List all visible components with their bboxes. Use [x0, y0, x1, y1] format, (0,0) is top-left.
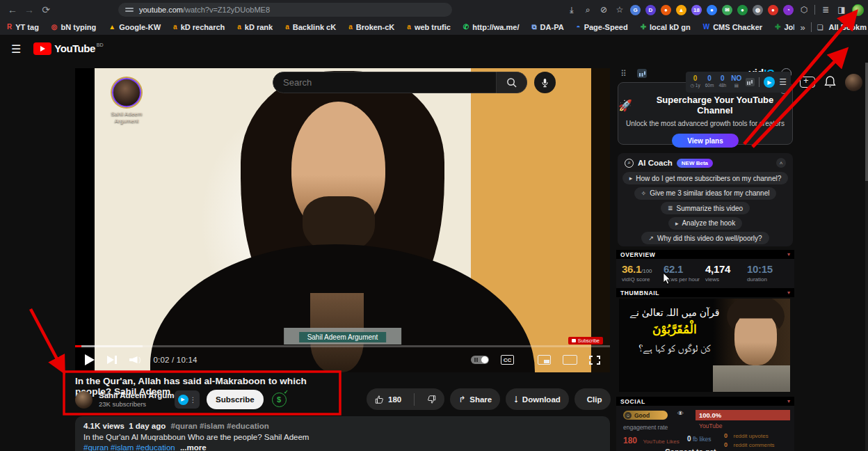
overview-section-header[interactable]: OVERVIEW ▾ [616, 250, 794, 259]
vidiq-toolbar-stat[interactable]: NO ▤ [731, 75, 741, 89]
extension-icon[interactable]: D [645, 5, 656, 15]
forward-icon[interactable]: → [21, 4, 38, 15]
bookmark-item[interactable]: ✚ local kD gn [641, 23, 691, 31]
youtube-logo[interactable]: YouTube BD [33, 42, 103, 55]
bookmark-star-icon[interactable]: ☆ [614, 5, 625, 15]
vidiq-chart-icon[interactable] [746, 78, 755, 86]
youtube-country-code: BD [97, 42, 104, 47]
extension-icon[interactable]: ◍ [753, 5, 763, 15]
side-panel-icon[interactable]: ◨ [836, 5, 847, 15]
voice-search-button[interactable] [534, 72, 556, 93]
prompt-icon: ↗ [648, 235, 654, 242]
vidiq-menu-icon[interactable]: ☰ [779, 77, 787, 87]
more-link[interactable]: ...more [180, 443, 207, 451]
vidiq-toolbar-stat[interactable]: 0 ◷ 1y [690, 75, 700, 89]
overview-collapse-icon[interactable]: ▾ [787, 251, 790, 258]
download-button[interactable]: ⭣ Download [506, 388, 569, 410]
media-blocked-icon[interactable]: ⊘ [598, 5, 609, 15]
vidiq-toolbar-stat[interactable]: 0 60m [705, 75, 714, 89]
address-bar[interactable]: youtube.com/watch?v=Z12yDUobME8 [118, 3, 452, 17]
create-button[interactable] [800, 77, 815, 88]
ai-coach-prompt[interactable]: ≣ Summarize this video [661, 202, 750, 214]
youtube-account-avatar[interactable] [845, 74, 862, 91]
all-bookmarks-label[interactable]: All Bookm [829, 23, 867, 31]
bookmarks-overflow-icon[interactable]: » [800, 22, 805, 33]
ai-coach-prompt[interactable]: ▸ How do I get more subscribers on my ch… [622, 172, 789, 184]
extension-icon[interactable]: ● [737, 5, 748, 15]
bookmark-item[interactable]: a web trufic [407, 23, 451, 31]
back-icon[interactable]: ← [4, 4, 21, 15]
share-button[interactable]: ↱ Share [450, 388, 500, 410]
bookmark-item[interactable]: ◓ Page-Speed [577, 23, 628, 31]
subscribe-button[interactable]: Subscribe [207, 390, 264, 409]
bookmark-item[interactable]: a kD rank [237, 23, 273, 31]
dislike-button[interactable] [419, 388, 444, 410]
bookmark-item[interactable]: a Backlink cK [285, 23, 336, 31]
video-thumbnail[interactable]: قرآن میں اللہ تعالیٰ نے الْمُقَرَّبُوْنَ… [619, 299, 790, 392]
channel-avatar[interactable] [75, 391, 93, 409]
channel-name[interactable]: Sahil Adeem Argument [99, 391, 165, 399]
extension-icon[interactable]: ✉ [722, 5, 732, 15]
captions-button[interactable]: CC [501, 355, 514, 365]
extension-icon[interactable]: ● [661, 5, 671, 15]
meta-hashtags[interactable]: #quran #islam #education [170, 422, 268, 430]
ai-coach-prompt[interactable]: ▸ Analyze the hook [668, 217, 742, 230]
video-player[interactable]: Sahil Adeem Argument Sahil Adeem Argumen… [75, 68, 610, 372]
monetization-icon[interactable]: $ [272, 393, 287, 407]
next-button[interactable] [107, 356, 117, 364]
clip-button[interactable]: Clip [574, 388, 611, 410]
zoom-icon[interactable]: ⌕ [582, 5, 593, 15]
bookmark-item[interactable]: ⧉ DA-PA [531, 23, 563, 31]
bookmark-item[interactable]: a kD recharch [173, 23, 225, 31]
description-hashtags[interactable]: #quran #islam #education ...more [83, 443, 602, 451]
refresh-icon[interactable]: ⟳ [38, 4, 54, 15]
bookmark-item[interactable]: ✆ http://wa.me/ [463, 23, 520, 31]
browser-profile-avatar[interactable] [852, 4, 864, 16]
volume-button[interactable]: ) [129, 356, 141, 363]
bookmark-item[interactable]: ▲ Google-KW [108, 23, 161, 31]
vidiq-logo-icon[interactable]: ▶ [764, 77, 775, 88]
extension-icon[interactable]: G [630, 5, 641, 15]
eye-icon[interactable]: 👁 [677, 410, 684, 417]
bookmark-item[interactable]: a Broken-cK [348, 23, 394, 31]
social-section-header[interactable]: SOCIAL ▾ [616, 397, 794, 406]
extension-icon[interactable]: 18 [691, 5, 702, 15]
ai-coach-prompt[interactable]: ↗ Why did this video do well/poorly? [641, 232, 769, 244]
description-box[interactable]: 4.1K views 1 day ago #quran #islam #educ… [75, 416, 610, 451]
miniplayer-button[interactable] [538, 355, 551, 365]
view-plans-button[interactable]: View plans [672, 134, 739, 148]
extensions-puzzle-icon[interactable]: ⬡ [798, 5, 810, 15]
autoplay-toggle[interactable] [471, 356, 489, 364]
vidiq-channel-chip[interactable]: ▶ ⋮ [175, 390, 200, 409]
fullscreen-button[interactable] [589, 356, 600, 365]
extension-icon[interactable]: ● [707, 5, 717, 15]
vidiq-toolbar-stat[interactable]: 0 48h [718, 75, 726, 89]
install-icon[interactable]: ⤓ [566, 5, 577, 15]
search-box[interactable] [273, 72, 497, 93]
thumbnail-section-header[interactable]: THUMBNAIL ▾ [616, 288, 794, 297]
extension-icon[interactable]: ● [768, 5, 778, 15]
like-button[interactable]: 180 [367, 388, 410, 410]
apps-grid-icon[interactable]: ⠿ [620, 69, 627, 79]
extension-icon[interactable]: ◔ [783, 5, 794, 15]
thumbnail-collapse-icon[interactable]: ▾ [787, 290, 790, 296]
scrollbar-thumb[interactable] [865, 63, 868, 181]
search-button[interactable] [497, 72, 527, 93]
extension-icon[interactable]: ▲ [676, 5, 686, 15]
guide-menu-icon[interactable]: ☰ [11, 42, 21, 56]
ai-coach-prompt[interactable]: ✧ Give me 3 similar ideas for my channel [634, 187, 777, 200]
site-info-icon[interactable] [125, 6, 134, 13]
analytics-icon[interactable] [637, 69, 647, 78]
hashtag-links[interactable]: #quran #islam #education [83, 443, 175, 451]
notifications-bell-icon[interactable] [824, 76, 836, 88]
tab-list-icon[interactable]: ≣ [820, 5, 831, 15]
bookmark-item[interactable]: ◎ bN typing [51, 23, 96, 31]
play-button[interactable] [85, 354, 95, 365]
bookmark-item[interactable]: R YT tag [7, 23, 39, 31]
theater-mode-button[interactable] [563, 355, 577, 365]
bookmark-item[interactable]: W CMS Chacker [703, 23, 762, 31]
social-collapse-icon[interactable]: ▾ [787, 398, 790, 404]
search-input[interactable] [283, 77, 486, 88]
ai-coach-collapse-icon[interactable]: ˄ [776, 158, 786, 168]
subscribe-watermark[interactable]: Subscribe [568, 337, 603, 345]
